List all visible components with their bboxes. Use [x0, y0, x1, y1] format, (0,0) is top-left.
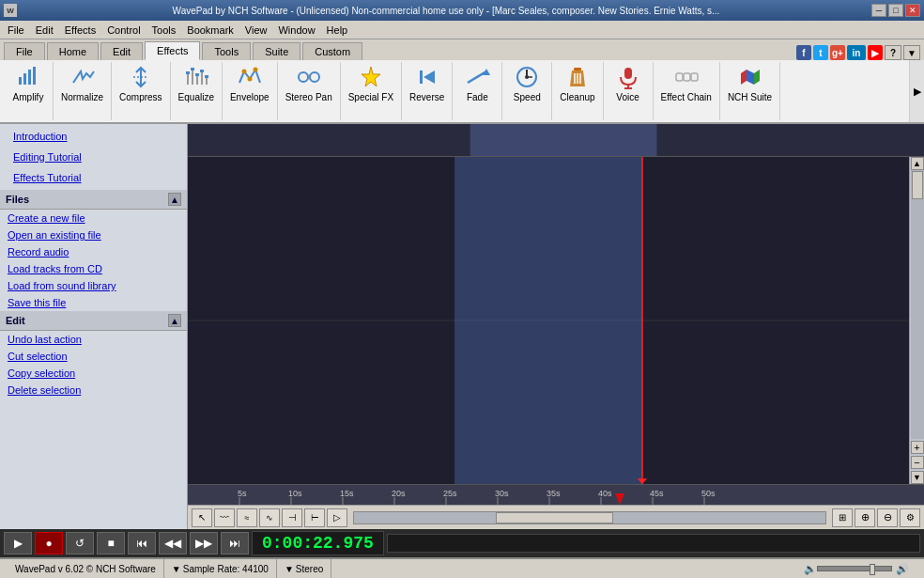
tab-tools[interactable]: Tools	[202, 42, 251, 60]
tool-wave2[interactable]: ≈	[237, 508, 257, 527]
tool-play-region[interactable]: ▷	[327, 508, 347, 527]
voice-button[interactable]: Voice	[608, 62, 649, 104]
sidebar-item-copy[interactable]: Copy selection	[0, 365, 187, 382]
stereo-section[interactable]: ▼ Stereo	[277, 559, 331, 578]
tool-zoom-fit[interactable]: ⊞	[832, 508, 853, 527]
files-collapse-button[interactable]: ▲	[168, 193, 181, 206]
horizontal-scrollbar[interactable]	[353, 511, 826, 524]
twitter-icon[interactable]: t	[813, 45, 828, 60]
tab-edit[interactable]: Edit	[100, 42, 143, 60]
tab-suite[interactable]: Suite	[253, 42, 300, 60]
settings-button[interactable]: ▼	[903, 45, 920, 60]
svg-rect-2	[28, 70, 31, 85]
tab-custom[interactable]: Custom	[302, 42, 362, 60]
equalize-button[interactable]: Equalize	[175, 62, 218, 104]
maximize-button[interactable]: □	[888, 4, 903, 17]
reverse-button[interactable]: Reverse	[406, 62, 448, 104]
sidebar-item-effects[interactable]: Effects Tutorial	[6, 169, 181, 186]
forward-button[interactable]: ▶▶	[190, 532, 218, 555]
tool-align-right[interactable]: ⊢	[304, 508, 325, 527]
sidebar-item-save[interactable]: Save this file	[0, 294, 187, 311]
youtube-icon[interactable]: ▶	[868, 45, 883, 60]
minimize-button[interactable]: ─	[871, 4, 886, 17]
menu-file[interactable]: File	[2, 23, 30, 38]
sidebar-item-open-existing[interactable]: Open an existing file	[0, 227, 187, 243]
effectchain-button[interactable]: Effect Chain	[657, 62, 716, 104]
mini-waveform[interactable]: // Generate pseudo-random mini waveform …	[188, 124, 924, 157]
play-button[interactable]: ▶	[4, 532, 32, 555]
sidebar-item-introduction[interactable]: Introduction	[6, 128, 181, 145]
tab-home[interactable]: Home	[47, 42, 99, 60]
linkedin-icon[interactable]: in	[847, 45, 866, 60]
sidebar-item-create-new[interactable]: Create a new file	[0, 210, 187, 227]
sidebar-item-load-library[interactable]: Load from sound library	[0, 277, 187, 294]
close-button[interactable]: ✕	[905, 4, 920, 17]
sidebar-item-record-audio[interactable]: Record audio	[0, 243, 187, 260]
menu-help[interactable]: Help	[321, 23, 354, 38]
menu-edit[interactable]: Edit	[30, 23, 59, 38]
envelope-button[interactable]: Envelope	[226, 62, 273, 104]
facebook-icon[interactable]: f	[796, 45, 811, 60]
tab-file[interactable]: File	[4, 42, 45, 60]
menu-bookmark[interactable]: Bookmark	[181, 23, 239, 38]
normalize-button[interactable]: Normalize	[57, 62, 107, 104]
sidebar-item-delete[interactable]: Delete selection	[0, 382, 187, 398]
menu-window[interactable]: Window	[272, 23, 320, 38]
speed-button[interactable]: Speed	[506, 62, 547, 104]
scroll-down-button[interactable]: ▼	[911, 471, 924, 484]
fade-button[interactable]: Fade	[456, 62, 498, 104]
vertical-scrollbar[interactable]: ▲ + − ▼	[909, 157, 924, 484]
menu-view[interactable]: View	[239, 23, 273, 38]
fade-icon	[464, 64, 490, 90]
tool-waveform[interactable]: ∿	[259, 508, 280, 527]
amplify-button[interactable]: Amplify	[8, 62, 49, 104]
stereopan-button[interactable]: Stereo Pan	[282, 62, 336, 104]
rewind-button[interactable]: ◀◀	[159, 532, 187, 555]
loop-button[interactable]: ↺	[66, 532, 94, 555]
svg-rect-0	[19, 77, 22, 85]
app-icon: W	[4, 4, 17, 17]
stop-button[interactable]: ■	[97, 532, 125, 555]
zoom-out-button[interactable]: −	[911, 456, 924, 469]
next-button[interactable]: ⏭	[221, 532, 249, 555]
h-scroll-thumb[interactable]	[496, 512, 614, 523]
tool-settings[interactable]: ⚙	[900, 508, 920, 527]
prev-button[interactable]: ⏮	[128, 532, 156, 555]
scroll-thumb[interactable]	[912, 171, 923, 199]
volume-slider[interactable]	[817, 566, 892, 571]
help-button[interactable]: ?	[885, 45, 901, 60]
zoom-in-button[interactable]: +	[911, 441, 924, 454]
sample-rate-section[interactable]: ▼ Sample Rate: 44100	[164, 559, 277, 578]
tool-align-left[interactable]: ⊣	[282, 508, 302, 527]
tool-wave[interactable]: 〰	[214, 508, 235, 527]
edit-collapse-button[interactable]: ▲	[168, 314, 181, 327]
ribbon-group-stereopan: Stereo Pan	[278, 62, 341, 120]
scroll-up-button[interactable]: ▲	[911, 157, 924, 170]
sidebar-item-undo[interactable]: Undo last action	[0, 331, 187, 348]
svg-rect-31	[574, 68, 581, 70]
sidebar-item-editing[interactable]: Editing Tutorial	[6, 148, 181, 165]
waveform-canvas[interactable]: let ws = ''; for(let i=0;i<730;i+=2) { c…	[188, 157, 909, 484]
menu-control[interactable]: Control	[101, 23, 146, 38]
svg-rect-13	[195, 73, 199, 76]
volume-thumb[interactable]	[870, 564, 875, 575]
specialfx-button[interactable]: Special FX	[345, 62, 397, 104]
tab-effects[interactable]: Effects	[145, 41, 200, 60]
tool-cursor[interactable]: ↖	[192, 508, 212, 527]
stereo-dropdown[interactable]: ▼ Stereo	[285, 564, 323, 574]
sidebar-item-cut[interactable]: Cut selection	[0, 348, 187, 365]
sample-rate-dropdown[interactable]: ▼ Sample Rate: 44100	[172, 564, 269, 574]
tool-zoom-in[interactable]: ⊕	[855, 508, 875, 527]
cleanup-button[interactable]: Cleanup	[556, 62, 598, 104]
menu-tools[interactable]: Tools	[146, 23, 182, 38]
ribbon-expand-button[interactable]: ▶	[909, 60, 924, 122]
tool-zoom-out[interactable]: ⊖	[877, 508, 898, 527]
scroll-track	[911, 170, 924, 439]
compress-button[interactable]: Compress	[116, 62, 166, 104]
google-icon[interactable]: g+	[830, 45, 845, 60]
nchsuite-button[interactable]: NCH Suite	[724, 62, 776, 104]
reverse-label: Reverse	[409, 92, 444, 102]
record-button[interactable]: ●	[35, 532, 63, 555]
sidebar-item-load-tracks[interactable]: Load tracks from CD	[0, 260, 187, 277]
menu-effects[interactable]: Effects	[59, 23, 101, 38]
